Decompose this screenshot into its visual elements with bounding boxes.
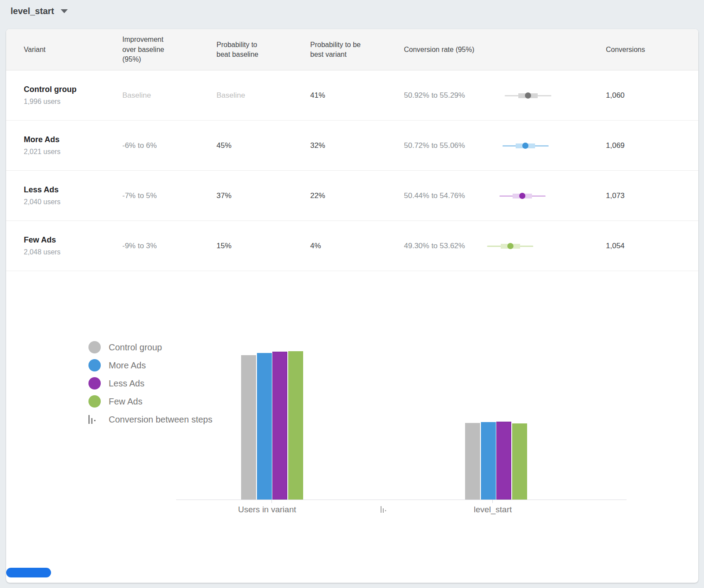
prob-beat-value: 37% <box>216 171 266 220</box>
axis-tick <box>492 500 493 503</box>
variant-cell: Less Ads 2,040 users <box>24 171 61 220</box>
legend-label: Less Ads <box>109 379 144 389</box>
bar-control-group-0 <box>241 355 256 500</box>
category-label-level-start: level_start <box>427 505 559 514</box>
col-header-conversions: Conversions <box>606 29 645 70</box>
variant-users: 2,021 users <box>24 148 61 156</box>
legend-color-dot <box>88 341 101 353</box>
confidence-interval-plot <box>484 92 568 99</box>
improvement-value: Baseline <box>122 70 174 120</box>
bar-few-ads-1 <box>512 423 527 500</box>
legend-color-dot <box>88 359 101 371</box>
legend-label: Conversion between steps <box>109 415 213 425</box>
table-row: More Ads 2,021 users -6% to 6% 45% 32% 5… <box>6 121 698 171</box>
goal-selector-label: level_start <box>11 6 54 16</box>
legend-color-dot <box>88 377 101 390</box>
conversions-value: 1,054 <box>606 221 625 271</box>
legend-item: Few Ads <box>88 395 213 408</box>
confidence-interval-plot <box>484 192 568 199</box>
conversions-value: 1,073 <box>606 171 625 220</box>
legend-item: More Ads <box>88 359 213 371</box>
variant-cell: More Ads 2,021 users <box>24 121 61 170</box>
results-card: Variant Improvement over baseline (95%) … <box>6 29 698 583</box>
bar-control-group-1 <box>465 423 480 500</box>
improvement-value: -9% to 3% <box>122 221 174 271</box>
col-header-improvement: Improvement over baseline (95%) <box>122 29 174 70</box>
col-header-prob-beat: Probability to beat baseline <box>216 29 266 70</box>
prob-beat-value: 15% <box>216 221 266 271</box>
conversions-value: 1,060 <box>606 70 625 120</box>
variant-name: Less Ads <box>24 185 59 195</box>
prob-best-value: 22% <box>310 171 363 220</box>
confidence-interval-plot <box>484 243 568 250</box>
legend-item: Control group <box>88 341 213 353</box>
bar-more-ads-0 <box>257 353 272 500</box>
variant-cell: Control group 1,996 users <box>24 70 77 120</box>
prob-best-value: 41% <box>310 70 363 120</box>
legend-label: More Ads <box>109 360 146 371</box>
col-header-conversion-rate: Conversion rate (95%) <box>404 29 492 70</box>
axis-tick <box>271 500 272 503</box>
legend-label: Few Ads <box>109 397 143 407</box>
ci-dot <box>507 243 513 249</box>
conversions-value: 1,069 <box>606 121 625 170</box>
col-header-variant: Variant <box>24 29 46 70</box>
table-header: Variant Improvement over baseline (95%) … <box>6 29 698 70</box>
prob-best-value: 4% <box>310 221 363 271</box>
improvement-value: -6% to 6% <box>122 121 174 170</box>
bar-group-users-in-variant <box>241 350 307 500</box>
improvement-value: -7% to 5% <box>122 171 174 220</box>
legend-item: Less Ads <box>88 377 213 390</box>
variant-users: 1,996 users <box>24 98 61 106</box>
conversion-steps-icon <box>381 506 387 515</box>
table-row: Less Ads 2,040 users -7% to 5% 37% 22% 5… <box>6 171 698 221</box>
bar-group-level-start <box>465 350 531 500</box>
bar-more-ads-1 <box>481 422 496 500</box>
ci-dot <box>525 92 531 99</box>
conversion-rate-value: 50.44% to 54.76% <box>404 171 492 220</box>
legend-label: Control group <box>109 342 162 353</box>
prob-beat-value: Baseline <box>216 70 266 120</box>
category-label-users-in-variant: Users in variant <box>201 505 333 514</box>
conversion-rate-value: 50.72% to 55.06% <box>404 121 492 170</box>
table-row: Control group 1,996 users Baseline Basel… <box>6 70 698 121</box>
confidence-interval-plot <box>484 142 568 149</box>
prob-best-value: 32% <box>310 121 363 170</box>
goal-selector-dropdown[interactable]: level_start <box>11 4 68 18</box>
table-row: Few Ads 2,048 users -9% to 3% 15% 4% 49.… <box>6 221 698 271</box>
funnel-bar-chart: Control group More Ads Less Ads Few Ads <box>6 272 698 583</box>
variant-users: 2,048 users <box>24 248 61 256</box>
variant-name: Control group <box>24 85 77 95</box>
x-axis-line <box>176 500 627 500</box>
variant-cell: Few Ads 2,048 users <box>24 221 61 271</box>
variant-name: More Ads <box>24 135 59 145</box>
prob-beat-value: 45% <box>216 121 266 170</box>
chevron-down-icon <box>61 9 68 13</box>
legend-color-dot <box>88 395 101 408</box>
horizontal-scrollbar-thumb[interactable] <box>6 568 51 577</box>
bar-few-ads-0 <box>288 351 303 500</box>
bar-less-ads-0 <box>272 352 287 500</box>
conversion-rate-value: 49.30% to 53.62% <box>404 221 492 271</box>
conversion-rate-value: 50.92% to 55.29% <box>404 70 492 120</box>
legend-item: Conversion between steps <box>88 413 213 426</box>
variant-name: Few Ads <box>24 235 56 245</box>
col-header-prob-best: Probability to be best variant <box>310 29 363 70</box>
variant-users: 2,040 users <box>24 198 61 206</box>
chart-legend: Control group More Ads Less Ads Few Ads <box>88 341 213 431</box>
bar-less-ads-1 <box>496 422 511 500</box>
conversion-steps-icon <box>88 415 101 424</box>
